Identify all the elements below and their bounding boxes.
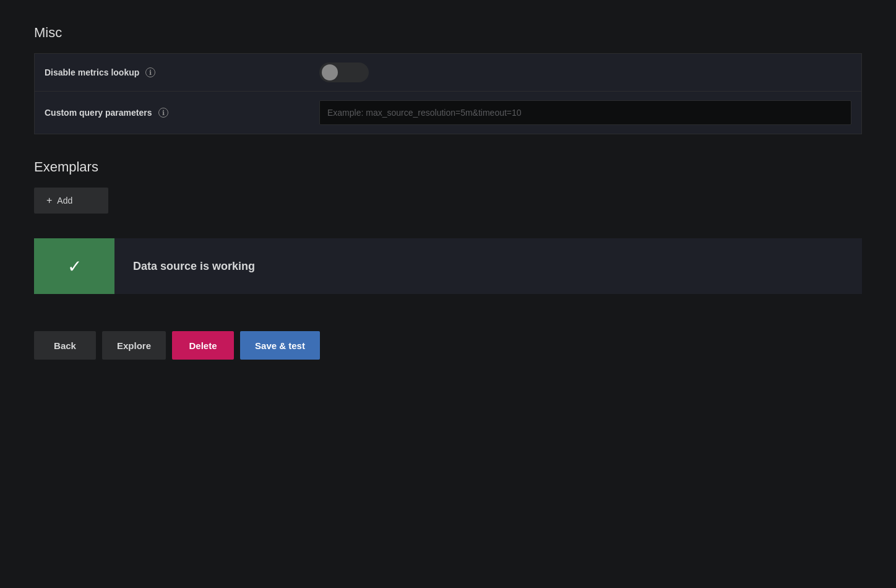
custom-query-info-icon[interactable]: ℹ [158,108,168,118]
toggle-thumb [322,64,338,80]
disable-metrics-row: Disable metrics lookup ℹ [35,54,862,92]
disable-metrics-label-content: Disable metrics lookup ℹ [45,67,299,77]
main-container: Misc Disable metrics lookup ℹ [0,0,896,384]
status-icon-area: ✓ [34,238,114,294]
misc-title: Misc [34,25,862,41]
misc-section: Misc Disable metrics lookup ℹ [34,25,862,134]
back-button[interactable]: Back [34,331,96,360]
custom-query-label-cell: Custom query parameters ℹ [35,92,310,134]
disable-metrics-label-cell: Disable metrics lookup ℹ [35,54,310,92]
plus-icon: + [46,195,52,206]
exemplars-section: Exemplars + Add [34,159,862,214]
add-button-label: Add [57,196,72,205]
delete-button[interactable]: Delete [172,331,234,360]
disable-metrics-control-cell [309,54,862,92]
settings-table: Disable metrics lookup ℹ [34,53,862,134]
custom-query-label-content: Custom query parameters ℹ [45,108,299,118]
disable-metrics-label: Disable metrics lookup [45,67,139,77]
explore-button[interactable]: Explore [102,331,166,360]
status-bar: ✓ Data source is working [34,238,862,294]
custom-query-label: Custom query parameters [45,108,152,118]
custom-query-control-cell [309,92,862,134]
bottom-buttons: Back Explore Delete Save & test [34,331,862,360]
status-message-area: Data source is working [114,238,862,294]
disable-metrics-info-icon[interactable]: ℹ [145,67,155,77]
disable-metrics-toggle[interactable] [319,63,369,82]
status-message: Data source is working [133,260,255,273]
checkmark-icon: ✓ [67,256,82,277]
custom-query-input[interactable] [319,100,851,125]
custom-query-row: Custom query parameters ℹ [35,92,862,134]
save-test-button[interactable]: Save & test [240,331,320,360]
add-exemplar-button[interactable]: + Add [34,188,108,214]
exemplars-title: Exemplars [34,159,862,175]
toggle-track [319,63,369,82]
